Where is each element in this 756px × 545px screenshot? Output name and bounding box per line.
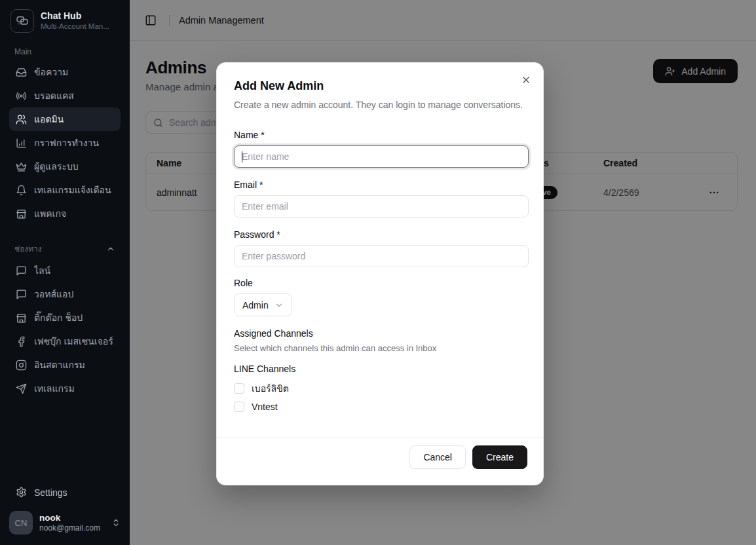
- dialog-footer: Cancel Create: [217, 437, 543, 485]
- sidebar-item-label: แพคเกจ: [34, 206, 66, 221]
- sidebar-section-channels-label[interactable]: ช่องทาง: [0, 235, 130, 259]
- channel-option-row: Vntest: [234, 400, 527, 413]
- bell-icon: [16, 185, 27, 196]
- bar-chart-icon: [16, 138, 27, 149]
- sidebar-item-telegram-alerts[interactable]: เทเลแกรมแจ้งเตือน: [9, 178, 121, 202]
- facebook-icon: [16, 336, 27, 347]
- chat-hub-logo-icon: [10, 9, 34, 33]
- name-field-wrap: [234, 145, 529, 168]
- sidebar-item-label: ข้อความ: [34, 65, 68, 79]
- sidebar-item-instagram[interactable]: อินสตาแกรม: [9, 353, 121, 377]
- role-field-label: Role: [234, 276, 527, 290]
- channel-option-row: เบอร์ลิขิต: [234, 382, 527, 395]
- sidebar-item-label: บรอดแคส: [34, 88, 74, 103]
- chat-bubble-icon: [16, 265, 27, 276]
- sidebar-item-packages[interactable]: แพคเกจ: [9, 202, 121, 225]
- sidebar-item-tiktok-shop[interactable]: ติ๊กต๊อก ช็อป: [9, 306, 121, 329]
- sidebar-section-main-label: Main: [0, 39, 130, 60]
- role-select[interactable]: Admin: [234, 293, 292, 316]
- user-name: nook: [39, 513, 100, 523]
- avatar: CN: [9, 511, 33, 535]
- name-field-label: Name *: [234, 128, 527, 141]
- chevron-up-icon: [106, 244, 115, 254]
- sidebar-item-line[interactable]: ไลน์: [9, 259, 121, 282]
- app-logo-row: Chat Hub Multi-Account Man...: [0, 0, 130, 39]
- store-icon: [16, 312, 27, 324]
- dialog-description: Create a new admin account. They can log…: [234, 98, 527, 111]
- gear-icon: [16, 487, 27, 498]
- line-channels-label: LINE Channels: [234, 362, 527, 375]
- channel-checkbox[interactable]: [234, 383, 244, 394]
- sidebar-item-label: เฟซบุ๊ก เมสเซนเจอร์: [34, 334, 113, 348]
- email-field[interactable]: [242, 201, 521, 212]
- sidebar-item-label: ผู้ดูแลระบบ: [34, 159, 79, 174]
- password-field-label: Password *: [234, 228, 527, 241]
- text-caret: [242, 151, 242, 162]
- sidebar: Chat Hub Multi-Account Man... Main ข้อคว…: [0, 0, 130, 545]
- sidebar-item-messages[interactable]: ข้อความ: [9, 60, 121, 84]
- sidebar-item-label: วอทส์แอป: [34, 287, 73, 301]
- name-field[interactable]: [242, 151, 521, 162]
- crown-icon: [16, 161, 27, 172]
- sidebar-item-activity-graph[interactable]: กราฟการทำงาน: [9, 131, 121, 155]
- sidebar-nav-main: ข้อความ บรอดแคส แอดมิน กราฟการทำงาน ผู้ด…: [0, 60, 130, 225]
- sidebar-item-label: เทเลแกรมแจ้งเตือน: [34, 183, 111, 197]
- email-field-label: Email *: [234, 178, 527, 191]
- sidebar-item-label: ติ๊กต๊อก ช็อป: [34, 310, 83, 325]
- chevrons-up-down-icon: [111, 518, 121, 527]
- app-title: Chat Hub: [41, 10, 109, 22]
- add-admin-dialog: Add New Admin Create a new admin account…: [216, 62, 544, 485]
- email-field-wrap: [234, 195, 529, 217]
- chat-bubble-icon: [16, 289, 27, 300]
- user-menu[interactable]: CN nook nook@gmail.com: [0, 504, 130, 545]
- create-button[interactable]: Create: [472, 445, 527, 469]
- broadcast-icon: [16, 90, 27, 102]
- password-field[interactable]: [242, 251, 521, 261]
- sidebar-item-label: ไลน์: [34, 263, 50, 278]
- sidebar-nav-channels: ไลน์ วอทส์แอป ติ๊กต๊อก ช็อป เฟซบุ๊ก เมสเ…: [0, 259, 130, 400]
- sidebar-item-facebook-messenger[interactable]: เฟซบุ๊ก เมสเซนเจอร์: [9, 329, 121, 353]
- close-icon: [521, 75, 531, 85]
- sidebar-item-telegram[interactable]: เทเลแกรม: [9, 377, 121, 400]
- user-email: nook@gmail.com: [39, 523, 100, 533]
- cancel-button[interactable]: Cancel: [409, 445, 466, 469]
- chevron-down-icon: [274, 301, 284, 310]
- sidebar-item-label: เทเลแกรม: [34, 381, 75, 396]
- settings-label: Settings: [34, 487, 67, 498]
- sidebar-item-super-admin[interactable]: ผู้ดูแลระบบ: [9, 155, 121, 178]
- dialog-close-button[interactable]: [518, 72, 534, 88]
- assigned-channels-help: Select which channels this admin can acc…: [234, 343, 527, 354]
- sidebar-item-label: แอดมิน: [34, 112, 64, 126]
- sidebar-item-whatsapp[interactable]: วอทส์แอป: [9, 282, 121, 306]
- sidebar-item-admins[interactable]: แอดมิน: [9, 107, 121, 131]
- channel-option-label: Vntest: [252, 402, 278, 412]
- package-store-icon: [16, 208, 27, 219]
- users-icon: [16, 114, 27, 125]
- inbox-icon: [16, 67, 27, 78]
- sidebar-item-settings[interactable]: Settings: [0, 480, 130, 504]
- password-field-wrap: [234, 245, 529, 267]
- sidebar-item-label: อินสตาแกรม: [34, 358, 85, 372]
- telegram-icon: [16, 383, 27, 394]
- sidebar-item-broadcast[interactable]: บรอดแคส: [9, 84, 121, 107]
- channel-option-label: เบอร์ลิขิต: [252, 381, 289, 396]
- dialog-title: Add New Admin: [234, 79, 527, 93]
- role-value: Admin: [242, 300, 269, 310]
- sidebar-item-label: กราฟการทำงาน: [34, 136, 99, 150]
- instagram-icon: [16, 360, 27, 371]
- channel-checkbox[interactable]: [234, 402, 244, 412]
- app-subtitle: Multi-Account Man...: [41, 22, 109, 31]
- assigned-channels-label: Assigned Channels: [234, 327, 527, 340]
